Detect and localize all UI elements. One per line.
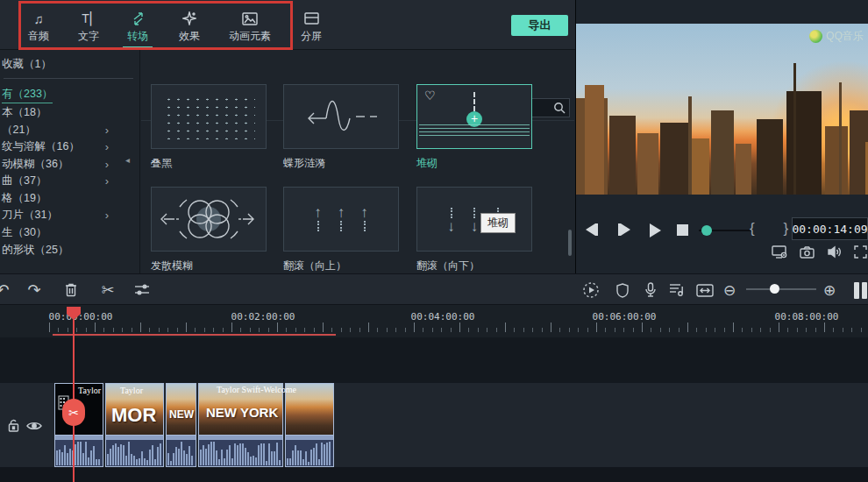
- video-preview[interactable]: QQ音乐: [576, 24, 868, 195]
- timeline-toolbar: ↶ ↷ ✂ ⊖ ⊕: [0, 273, 868, 305]
- track-visibility-eye-icon[interactable]: [26, 421, 42, 431]
- sidebar-item-all[interactable]: 有（233）: [2, 87, 133, 103]
- ruler-label: 00:06:00:00: [593, 311, 657, 323]
- ruler-label: 00:02:00:00: [231, 311, 295, 323]
- audio-segment[interactable]: [285, 436, 334, 467]
- scissors-icon: ✂: [68, 406, 79, 420]
- track-lock-icon[interactable]: [8, 419, 19, 432]
- dot-grid-icon: [162, 94, 255, 139]
- sidebar-item-slideshow[interactable]: 刀片（31）›: [2, 207, 133, 223]
- render-preview-icon[interactable]: [580, 278, 601, 302]
- chevron-right-icon: ›: [105, 209, 109, 222]
- tab-label: 音频: [28, 29, 49, 44]
- delete-icon[interactable]: [61, 278, 81, 302]
- tab-label: 效果: [179, 29, 200, 44]
- export-button[interactable]: 导出: [511, 15, 568, 36]
- play-button[interactable]: [650, 223, 661, 237]
- transition-label: 翻滚（向下）: [416, 259, 539, 273]
- watermark-text: QQ音乐: [826, 29, 864, 44]
- timeline-clip-3[interactable]: NEW: [166, 383, 196, 436]
- transition-card-roll-up[interactable]: ↑ ↑ ↑: [283, 187, 399, 252]
- tab-splitscreen[interactable]: 分屏: [281, 7, 342, 47]
- sparkle-icon: [182, 11, 196, 26]
- display-settings-icon[interactable]: [772, 245, 788, 259]
- clip-title-text: Taylor Swift-Welcome: [217, 385, 296, 394]
- sidebar-item-warp[interactable]: 曲（37）›: [2, 173, 133, 189]
- sidebar-item-basic[interactable]: 本（18）: [2, 104, 133, 121]
- transition-label: 翻滚（向上）: [283, 259, 406, 273]
- sidebar-item-shapes[interactable]: 的形状（25）: [2, 242, 133, 259]
- audio-segment[interactable]: [198, 436, 283, 467]
- zoom-in-icon[interactable]: ⊕: [819, 278, 840, 302]
- sidebar-item-life[interactable]: 生（30）: [2, 224, 133, 241]
- sidebar-item-favorites[interactable]: 收藏（1）: [2, 56, 133, 73]
- audio-mixer-icon[interactable]: [666, 278, 687, 302]
- timeline-ruler[interactable]: 🔗︎ 00:00:00:00 00:02:00:00 00:04:00:00 0…: [0, 305, 868, 337]
- timeline-zoom-slider[interactable]: [746, 288, 816, 290]
- stack-layer-lines: [419, 122, 530, 136]
- redo-icon[interactable]: ↷: [25, 278, 44, 302]
- split-screen-icon: [304, 11, 319, 26]
- volume-icon[interactable]: [828, 245, 843, 259]
- previous-frame-button[interactable]: [586, 223, 598, 236]
- transition-card-diffuse-blur[interactable]: [151, 187, 267, 252]
- picture-icon: [242, 11, 258, 26]
- playhead-cut-button[interactable]: ✂: [62, 399, 85, 426]
- text-cursor-icon: T⎢: [82, 11, 96, 26]
- chevron-right-icon: ›: [105, 158, 109, 171]
- audio-waveform: [200, 441, 281, 465]
- zoom-out-icon[interactable]: ⊖: [719, 278, 740, 302]
- music-note-icon: ♫: [33, 11, 43, 26]
- ruler-label: 00:08:00:00: [775, 311, 839, 323]
- next-frame-button[interactable]: [618, 223, 630, 236]
- tab-elements[interactable]: 动画元素: [219, 7, 281, 47]
- zoom-knob[interactable]: [770, 284, 779, 294]
- transition-arrows-icon: [131, 11, 146, 26]
- diffuse-blur-icon: [152, 188, 266, 251]
- fit-timeline-icon[interactable]: [694, 278, 716, 302]
- timeline-clip-2[interactable]: Taylor MOR: [105, 383, 164, 436]
- sidebar-item-grid[interactable]: 格（19）: [2, 190, 133, 207]
- stop-button[interactable]: [677, 224, 688, 236]
- tab-effects[interactable]: 效果: [159, 7, 220, 47]
- tooltip: 堆砌: [480, 213, 516, 233]
- audio-segment[interactable]: [166, 436, 196, 467]
- chevron-right-icon: ›: [105, 174, 109, 188]
- microphone-icon[interactable]: [641, 278, 660, 302]
- shield-icon[interactable]: [613, 278, 632, 302]
- undo-icon[interactable]: ↶: [0, 278, 12, 302]
- fullscreen-icon[interactable]: [854, 245, 867, 259]
- watermark: QQ音乐: [809, 29, 864, 44]
- qq-music-logo-icon: [809, 30, 822, 43]
- progress-knob[interactable]: [701, 225, 712, 236]
- sidebar-item-motion-blur[interactable]: 动模糊（36）›: [2, 156, 133, 173]
- scissors-icon[interactable]: ✂: [98, 278, 117, 302]
- adjust-sliders-icon[interactable]: [132, 278, 153, 302]
- audio-segment[interactable]: [105, 436, 164, 467]
- transition-card-stack[interactable]: ♡ +: [416, 84, 532, 149]
- timeline-bottom-strip: [0, 467, 868, 482]
- audio-waveform: [56, 441, 102, 465]
- playhead-line[interactable]: [73, 307, 75, 482]
- transition-label: 发散模糊: [151, 259, 274, 273]
- track-layout-icon[interactable]: [849, 278, 868, 302]
- sidebar-item-ripple-dissolve[interactable]: 纹与溶解（16）›: [2, 138, 133, 155]
- chevron-right-icon: ›: [105, 124, 109, 137]
- search-icon[interactable]: [553, 102, 566, 114]
- transition-card-butterfly-ripple[interactable]: [283, 84, 399, 149]
- tab-label: 转场: [127, 29, 148, 44]
- sidebar-collapse-arrow[interactable]: ◂: [125, 155, 130, 165]
- app-window: ♫ 音频 T⎢ 文字 转场 效果 动画元素: [0, 0, 868, 482]
- favorite-heart-icon[interactable]: ♡: [424, 89, 436, 103]
- sidebar-item-3d[interactable]: （21）›: [2, 122, 133, 138]
- chevron-right-icon: ›: [105, 140, 109, 153]
- transitions-panel: 收藏（1） 有（233） 本（18） （21）› 纹与溶解（16）› 动模糊（3…: [0, 50, 575, 273]
- transition-label: 蝶形涟漪: [283, 156, 406, 171]
- preview-progress-slider[interactable]: [699, 230, 751, 231]
- audio-segment[interactable]: [54, 436, 103, 467]
- library-scrollbar[interactable]: [568, 230, 572, 256]
- tab-label: 动画元素: [229, 29, 271, 44]
- ripple-wave-icon: [284, 85, 398, 148]
- transition-card-dieblack[interactable]: [151, 84, 267, 149]
- snapshot-camera-icon[interactable]: [800, 246, 815, 259]
